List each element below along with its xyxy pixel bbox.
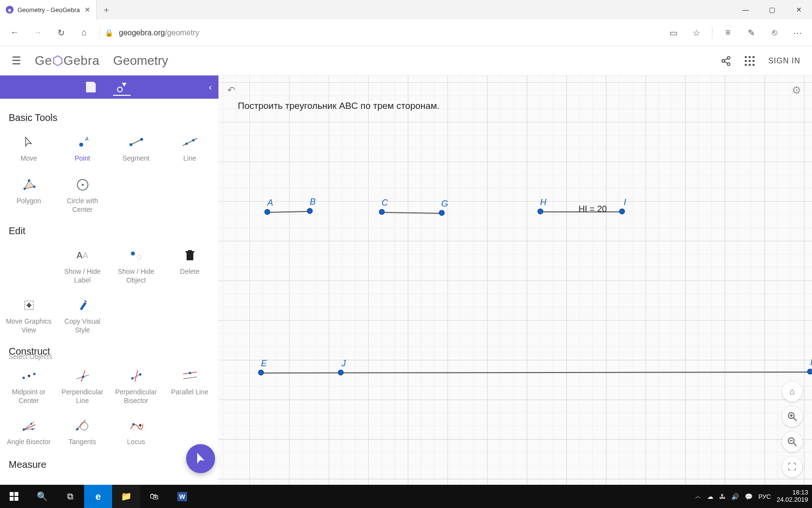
tool-line[interactable]: Line (163, 128, 217, 171)
svg-rect-66 (10, 492, 14, 496)
favorite-icon[interactable]: ☆ (686, 22, 707, 44)
fullscreen-button[interactable]: ⛶ (782, 457, 802, 477)
point-label-I: I (624, 197, 626, 208)
point-B[interactable] (307, 208, 313, 214)
menu-icon[interactable]: ☰ (12, 55, 21, 67)
share-browser-icon[interactable]: ⎋ (764, 22, 785, 44)
share-icon[interactable] (721, 56, 731, 66)
line-icon (183, 135, 197, 149)
new-tab-button[interactable]: ＋ (97, 0, 116, 19)
perp-bisector-icon (129, 369, 144, 383)
tray-notification-icon[interactable]: 💬 (745, 493, 753, 500)
point-F[interactable] (807, 369, 812, 374)
tool-move-graphics[interactable]: Move Graphics View (2, 291, 56, 341)
point-label-B: B (310, 197, 316, 207)
tab-title: Geometry - GeoGebra (17, 6, 81, 14)
app-logo[interactable]: Ge⬡Gebra (35, 53, 100, 68)
reading-view-icon[interactable]: ▭ (663, 22, 684, 44)
segment[interactable] (267, 211, 310, 213)
tool-point[interactable]: A Point (56, 128, 109, 171)
tool-segment[interactable]: Segment (109, 128, 163, 171)
tray-volume-icon[interactable]: 🔊 (731, 493, 739, 500)
tray-language[interactable]: РУС (758, 493, 771, 500)
hub-icon[interactable]: ≡ (717, 22, 739, 44)
zoom-in-button[interactable] (782, 406, 802, 427)
tab-close-icon[interactable]: ✕ (85, 6, 90, 14)
point-A[interactable] (264, 209, 270, 215)
mode-fab[interactable] (186, 444, 215, 473)
tool-move[interactable]: Move (2, 128, 56, 171)
tool-angle-bisector[interactable]: Angle Bisector (2, 412, 56, 454)
point-J[interactable] (338, 370, 344, 375)
app-header: ☰ Ge⬡Gebra Geometry SIGN IN (0, 46, 812, 75)
nav-home-button[interactable]: ⌂ (73, 22, 95, 44)
point-G[interactable] (439, 210, 445, 216)
point-I[interactable] (619, 209, 625, 214)
section-edit: Edit (9, 225, 217, 237)
window-close-button[interactable]: ✕ (785, 0, 812, 19)
tool-parallel-line[interactable]: Parallel Line (163, 362, 217, 412)
svg-rect-67 (14, 492, 18, 496)
window-maximize-button[interactable]: ▢ (759, 0, 785, 19)
midpoint-icon (22, 369, 36, 383)
tool-delete[interactable]: Delete (163, 241, 217, 291)
collapse-sidebar-icon[interactable]: ‹ (209, 82, 212, 92)
notes-icon[interactable]: ✎ (740, 22, 762, 44)
home-view-button[interactable]: ⌂ (782, 381, 802, 402)
zoom-out-button[interactable] (782, 432, 802, 452)
start-button[interactable] (0, 485, 28, 508)
tool-perpendicular-bisector[interactable]: Perpendicular Bisector (109, 362, 163, 412)
signin-button[interactable]: SIGN IN (768, 57, 800, 65)
angle-bisector-icon (22, 418, 36, 433)
taskbar-store[interactable]: 🛍 (140, 485, 168, 508)
apps-icon[interactable] (745, 56, 754, 66)
svg-point-22 (192, 139, 194, 142)
tool-circle[interactable]: Circle with Center (56, 171, 109, 221)
tool-midpoint[interactable]: Midpoint or Center (2, 362, 56, 412)
search-button[interactable]: 🔍 (28, 485, 56, 508)
segment[interactable] (382, 212, 442, 214)
more-icon[interactable]: ⋯ (787, 22, 808, 44)
svg-point-18 (130, 143, 132, 146)
point-H[interactable] (537, 209, 543, 214)
point-icon: A (75, 135, 90, 149)
point-C[interactable] (379, 209, 385, 215)
tool-show-hide-object[interactable]: Show / Hide Object (109, 241, 163, 291)
tool-tangents[interactable]: Tangents (56, 412, 109, 454)
tool-copy-style[interactable]: Copy Visual Style (56, 291, 109, 341)
taskbar-explorer[interactable]: 📁 (112, 485, 140, 508)
geometry-canvas[interactable]: ABCGHIEJFHI = 20 (218, 75, 812, 485)
tray-onedrive-icon[interactable]: ☁ (707, 493, 713, 500)
tray-chevron-icon[interactable]: ︿ (695, 492, 701, 501)
sidebar-body[interactable]: Basic Tools Move A Point Segment Line (0, 99, 218, 485)
task-view-button[interactable]: ⧉ (56, 485, 84, 508)
taskbar-edge[interactable]: e (84, 485, 112, 508)
tray-network-icon[interactable]: 🖧 (719, 493, 725, 500)
svg-rect-6 (749, 56, 751, 58)
browser-tab[interactable]: ◆ Geometry - GeoGebra ✕ (0, 0, 97, 19)
nav-back-button[interactable]: ← (4, 22, 25, 44)
algebra-view-tab[interactable] (82, 75, 100, 99)
svg-rect-5 (745, 56, 747, 58)
taskbar-word[interactable]: W (168, 485, 196, 508)
tool-show-hide-label[interactable]: AA Show / Hide Label (56, 241, 109, 291)
svg-point-44 (139, 374, 141, 376)
label-icon: AA (75, 248, 90, 263)
nav-refresh-button[interactable]: ↻ (50, 22, 72, 44)
nav-forward-button[interactable]: → (27, 22, 48, 44)
svg-rect-12 (749, 64, 751, 66)
tool-locus[interactable]: Locus (109, 412, 163, 454)
window-minimize-button[interactable]: — (732, 0, 759, 19)
graphics-view[interactable]: ↶ ⚙ Построить треугольник ABC по трем ст… (218, 75, 812, 485)
url-text[interactable]: geogebra.org/geometry (119, 29, 199, 37)
tools-view-tab[interactable] (113, 75, 130, 99)
svg-rect-31 (187, 253, 193, 260)
tool-polygon[interactable]: Polygon (2, 171, 56, 221)
tool-perpendicular-line[interactable]: Perpendicular Line (56, 362, 109, 412)
canvas-controls: ⌂ ⛶ (782, 381, 802, 477)
section-measure: Measure (9, 459, 217, 470)
segment-icon (129, 135, 144, 149)
svg-line-3 (725, 58, 727, 60)
point-E[interactable] (258, 370, 264, 375)
tray-clock[interactable]: 18:13 24.02.2019 (777, 489, 808, 504)
